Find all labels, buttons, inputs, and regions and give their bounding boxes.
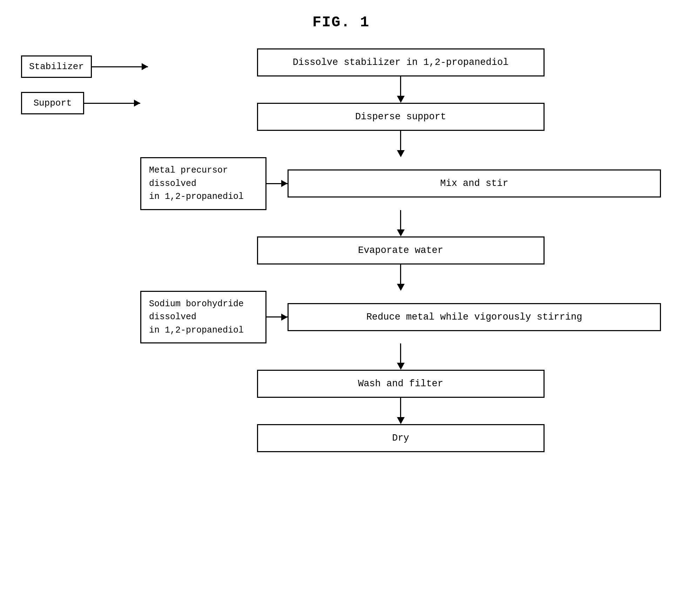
sodium-borohydride-box: Sodium borohydride dissolved in 1,2-prop…: [140, 291, 266, 344]
dry-box: Dry: [257, 424, 545, 452]
wash-box: Wash and filter: [257, 370, 545, 398]
arrow-dissolve-disperse: [397, 76, 405, 103]
arrow-evaporate-reduce: [397, 265, 405, 291]
right-main-col: Dissolve stabilizer in 1,2-propanediol D…: [140, 48, 661, 452]
stabilizer-arrow: [92, 66, 148, 67]
support-arrow: [84, 103, 140, 104]
flowchart-diagram: Stabilizer Support Dissolve stabilizer i…: [21, 48, 661, 452]
arrow-mix-evaporate: [397, 210, 405, 236]
metal-precursor-arrow: [266, 183, 288, 184]
mix-stir-row: Metal precursor dissolved in 1,2-propane…: [140, 157, 661, 210]
metal-precursor-section: Metal precursor dissolved in 1,2-propane…: [140, 157, 288, 210]
metal-precursor-box: Metal precursor dissolved in 1,2-propane…: [140, 157, 266, 210]
reduce-box: Reduce metal while vigorously stirring: [288, 303, 661, 331]
support-box: Support: [21, 92, 84, 114]
sodium-borohydride-section: Sodium borohydride dissolved in 1,2-prop…: [140, 291, 288, 344]
figure-title: FIG. 1: [312, 14, 370, 31]
disperse-box: Disperse support: [257, 103, 545, 131]
reduce-row: Sodium borohydride dissolved in 1,2-prop…: [140, 291, 661, 344]
arrow-disperse-mix: [397, 131, 405, 157]
arrow-wash-dry: [397, 398, 405, 424]
stabilizer-box: Stabilizer: [21, 55, 92, 78]
sodium-borohydride-arrow: [266, 316, 288, 317]
dissolve-box: Dissolve stabilizer in 1,2-propanediol: [257, 48, 545, 76]
arrow-reduce-wash: [397, 343, 405, 370]
evaporate-box: Evaporate water: [257, 236, 545, 265]
mix-stir-box: Mix and stir: [288, 169, 661, 197]
